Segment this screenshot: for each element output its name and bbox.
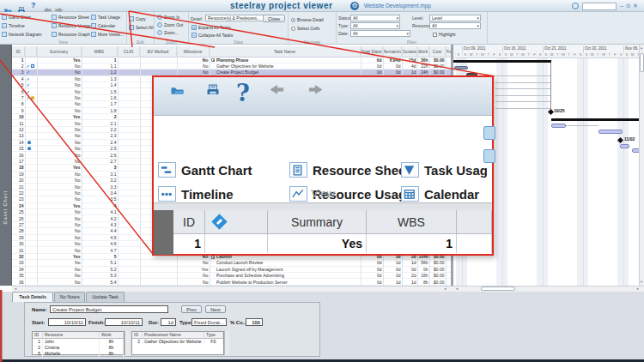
predecessors-scrollbar[interactable]: [224, 331, 229, 355]
ribbon-item-resource-usage[interactable]: Resource Usage: [52, 23, 90, 28]
filter-dropdown-type[interactable]: All: [350, 22, 400, 29]
print-icon[interactable]: [202, 84, 224, 100]
collapse-expander-icon[interactable]: [211, 256, 215, 259]
table-row[interactable]: 35No5.3NoPurchase and Schedule Advertisi…: [12, 273, 453, 279]
table-row[interactable]: 1Yes1NoPlanning Phase0d6.94d15d36h$0.00: [12, 57, 453, 63]
type-field[interactable]: Fixed Durat...: [191, 318, 227, 326]
start-field[interactable]: 10/10/11: [48, 318, 86, 326]
gear-icon[interactable]: ⚙: [350, 2, 359, 10]
back-icon[interactable]: [265, 84, 288, 100]
tab-no-notes[interactable]: No Notes: [54, 292, 85, 302]
table-row[interactable]: 36No5.4NoPublish Website to Production S…: [12, 280, 453, 286]
gantt-vertical-scrollbar[interactable]: [639, 45, 644, 286]
scroll-left-arrow[interactable]: ◄: [13, 287, 18, 291]
radio-browse-detail[interactable]: Browse Detail: [291, 17, 324, 22]
scroll-left-arrow[interactable]: ◄: [454, 287, 459, 291]
scroll-right-arrow[interactable]: ►: [443, 287, 448, 291]
open-folder-icon[interactable]: [3, 2, 12, 9]
horizontal-scrollbar-thumb[interactable]: [481, 287, 515, 291]
back-icon[interactable]: [43, 2, 52, 9]
grid-column-header-milestone[interactable]: Milestone: [177, 46, 210, 57]
task-name-field[interactable]: Create Project Budget: [50, 305, 168, 313]
filter-dropdown-status[interactable]: All: [350, 15, 400, 21]
grid-column-header-duration[interactable]: Duration: [402, 46, 417, 57]
table-row[interactable]: 2✓No1.1NoGather Objectives for Website0d…: [12, 63, 453, 69]
indicator-cell: [25, 165, 37, 171]
prev-button[interactable]: Prev: [181, 305, 202, 313]
help-icon[interactable]: ?: [236, 80, 250, 106]
collapse-expander-icon[interactable]: [211, 58, 215, 62]
open-folder-icon[interactable]: [166, 84, 188, 100]
ribbon-item-network-diagram[interactable]: Network Diagram: [2, 32, 42, 37]
ribbon-item-resource-sheet[interactable]: Resource Sheet: [52, 15, 89, 20]
forward-icon[interactable]: [55, 2, 64, 9]
ribbon-item-timeline[interactable]: Timeline: [2, 23, 25, 28]
scroll-down-arrow[interactable]: ▼: [639, 280, 644, 284]
grid-column-header-clin[interactable]: CLIN: [118, 46, 140, 57]
grid-column-header-indicator[interactable]: [25, 46, 37, 57]
pct-complete-field[interactable]: 100: [246, 318, 263, 326]
wbs-cell: 2.3: [82, 133, 118, 139]
horizontal-scrollbar[interactable]: [12, 286, 644, 292]
ts-cell: 0d: [361, 57, 383, 63]
grid-column-header-work[interactable]: Work: [417, 46, 429, 57]
checkbox[interactable]: [433, 33, 437, 37]
next-button[interactable]: Next: [205, 305, 226, 313]
grid-column-header-task-name[interactable]: Task Name: [210, 46, 361, 57]
highlight-checkbox[interactable]: Highlight: [433, 32, 455, 37]
summary-cell: No: [37, 241, 82, 247]
print-icon[interactable]: [17, 2, 26, 9]
filter-dropdown-date[interactable]: All: [350, 30, 410, 37]
filter-dropdown-resource[interactable]: All: [429, 22, 481, 29]
ribbon-item-zoom[interactable]: Zoom...: [157, 30, 179, 35]
scroll-up-arrow[interactable]: ▲: [639, 45, 644, 50]
radio-select-cells[interactable]: Select Cells: [291, 26, 319, 31]
table-row[interactable]: 33No5.1NoConduct Launch Review0d1d1d56h$…: [12, 260, 453, 266]
grid-column-header-summary[interactable]: Summary: [37, 46, 82, 57]
task-bar-edge: [495, 88, 550, 89]
vertical-scrollbar-thumb[interactable]: [640, 53, 644, 72]
radio-button[interactable]: [291, 27, 295, 31]
grid-column-header-total-slack[interactable]: Total Slack: [361, 46, 383, 57]
close-window-button[interactable]: ✕: [633, 3, 638, 9]
ribbon-item-select-all[interactable]: Select All: [129, 25, 154, 30]
ribbon-item-expand-all-tasks[interactable]: +Expand All Tasks: [191, 25, 231, 30]
ev-cell: [140, 273, 177, 279]
minimize-button[interactable]: –: [620, 3, 623, 9]
overlay-view-item-gantt-chart[interactable]: Gantt Chart: [158, 160, 283, 179]
tab-update-task[interactable]: Update Task: [86, 292, 125, 302]
grid-column-header-wbs[interactable]: WBS: [82, 46, 118, 57]
grid-column-header-id[interactable]: ID: [12, 46, 25, 57]
table-row[interactable]: 34No5.2YesLaunch Signed off by Managemen…: [12, 267, 453, 273]
grid-column-header-remainin-[interactable]: Remainin...: [383, 46, 402, 57]
grid-column-header-cost[interactable]: Cost: [429, 46, 446, 57]
scroll-right-arrow[interactable]: ►: [635, 287, 641, 291]
finish-field[interactable]: 10/10/11: [105, 318, 143, 326]
search-input[interactable]: [582, 3, 617, 10]
ribbon-item-task-usage[interactable]: Task Usage: [91, 15, 120, 20]
ribbon-item-zoom-out[interactable]: Zoom Out: [157, 22, 183, 27]
detail-close-button[interactable]: Close: [263, 15, 285, 22]
summary-cell: No: [37, 178, 82, 184]
ribbon-item-calendar[interactable]: Calendar: [91, 23, 115, 28]
ribbon-item-collapse-all-tasks[interactable]: −Collapse All Tasks: [191, 33, 233, 38]
radio-button[interactable]: [291, 18, 295, 22]
resources-scrollbar[interactable]: [125, 331, 130, 355]
overlay-view-item-task-usage[interactable]: Task Usage: [401, 160, 487, 179]
help-icon[interactable]: ?: [31, 1, 39, 9]
ribbon-item-gantt-chart[interactable]: Gantt Chart: [2, 15, 31, 20]
grid-column-header-ev-method[interactable]: EV Method: [140, 46, 177, 57]
forward-icon[interactable]: [305, 84, 327, 100]
search-icon[interactable]: [572, 3, 579, 9]
dur-field[interactable]: 1d: [161, 318, 176, 326]
ribbon-item-copy[interactable]: Copy: [129, 16, 146, 21]
ribbon-item-more-views[interactable]: More Views...: [91, 32, 124, 37]
overlay-view-item-resource-sheet[interactable]: Resource Sheet: [289, 160, 415, 179]
filter-dropdown-level[interactable]: Level: [429, 15, 481, 21]
clin-cell: [118, 190, 140, 196]
tab-task-details[interactable]: Task Details: [12, 292, 53, 302]
ribbon-item-zoom-in[interactable]: Zoom In: [157, 15, 179, 20]
wbs-cell: 2.2: [82, 127, 118, 133]
ribbon-item-resource-graph[interactable]: Resource Graph: [52, 32, 90, 37]
options-button[interactable]: ⊙: [626, 3, 631, 9]
